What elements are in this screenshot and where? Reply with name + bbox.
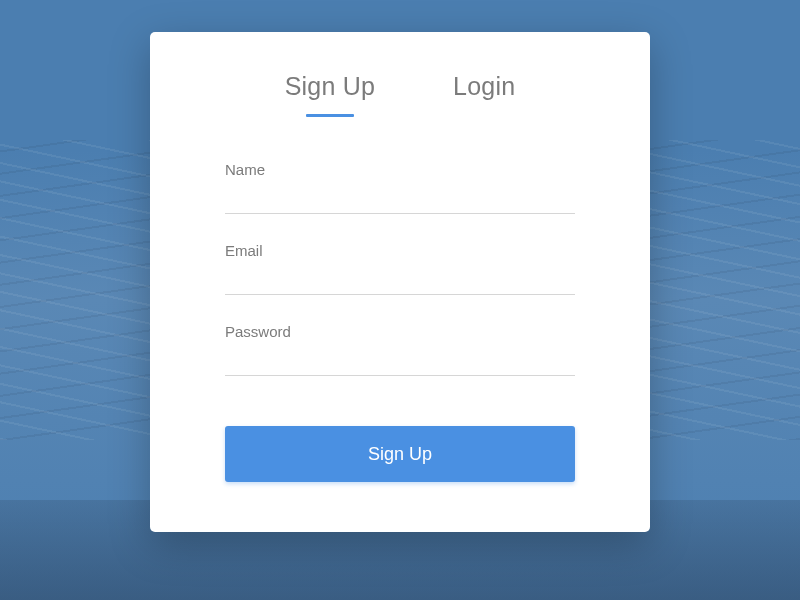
signup-button[interactable]: Sign Up bbox=[225, 426, 575, 482]
email-input[interactable] bbox=[225, 267, 575, 295]
tab-login[interactable]: Login bbox=[453, 72, 515, 113]
tab-bar: Sign Up Login bbox=[225, 72, 575, 113]
field-name: Name bbox=[225, 161, 575, 214]
name-input[interactable] bbox=[225, 186, 575, 214]
auth-card: Sign Up Login Name Email Password Sign U… bbox=[150, 32, 650, 532]
email-label: Email bbox=[225, 242, 575, 259]
field-password: Password bbox=[225, 323, 575, 376]
signup-form: Name Email Password Sign Up bbox=[225, 161, 575, 482]
password-input[interactable] bbox=[225, 348, 575, 376]
tab-signup[interactable]: Sign Up bbox=[285, 72, 375, 113]
name-label: Name bbox=[225, 161, 575, 178]
field-email: Email bbox=[225, 242, 575, 295]
password-label: Password bbox=[225, 323, 575, 340]
